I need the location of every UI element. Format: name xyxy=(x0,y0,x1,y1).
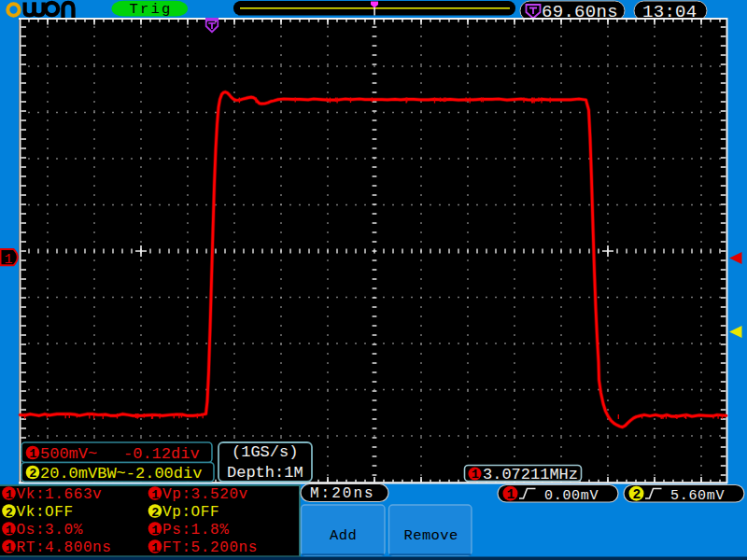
svg-text:2: 2 xyxy=(6,506,13,520)
svg-text:1: 1 xyxy=(151,524,159,538)
svg-text:5.60mV: 5.60mV xyxy=(670,488,725,504)
svg-text:Trig: Trig xyxy=(130,1,173,18)
svg-text:500mV~: 500mV~ xyxy=(40,445,97,463)
svg-text:Vk:1.663v: Vk:1.663v xyxy=(17,486,103,503)
svg-text:0.00mV: 0.00mV xyxy=(544,488,599,504)
svg-text:1: 1 xyxy=(507,487,515,502)
svg-text:3.07211MHz: 3.07211MHz xyxy=(483,466,578,483)
svg-text:Vk:OFF: Vk:OFF xyxy=(17,504,74,521)
svg-text:Remove: Remove xyxy=(404,527,458,544)
svg-text:Vp:OFF: Vp:OFF xyxy=(162,504,219,521)
svg-text:Vp:3.520v: Vp:3.520v xyxy=(162,486,248,503)
svg-text:20.0mVBW~-2.00div: 20.0mVBW~-2.00div xyxy=(40,465,202,483)
svg-text:2: 2 xyxy=(151,506,159,520)
svg-text:2: 2 xyxy=(29,467,36,481)
svg-text:1: 1 xyxy=(5,252,13,268)
svg-text:-0.12div: -0.12div xyxy=(123,445,200,463)
svg-text:M:20ns: M:20ns xyxy=(310,485,375,502)
svg-text:Os:3.0%: Os:3.0% xyxy=(17,522,83,539)
svg-text:1: 1 xyxy=(151,488,159,502)
svg-text:Ps:1.8%: Ps:1.8% xyxy=(162,522,229,539)
svg-text:1: 1 xyxy=(6,488,13,502)
svg-text:RT:4.800ns: RT:4.800ns xyxy=(17,539,112,556)
svg-text:Depth:1M: Depth:1M xyxy=(227,464,303,482)
svg-text:FT:5.200ns: FT:5.200ns xyxy=(162,539,258,556)
svg-text:1: 1 xyxy=(29,447,36,461)
svg-text:1: 1 xyxy=(151,541,159,555)
svg-text:(1GS/s): (1GS/s) xyxy=(232,443,298,461)
svg-text:Add: Add xyxy=(330,527,357,544)
svg-text:1: 1 xyxy=(6,541,13,555)
svg-text:1: 1 xyxy=(472,468,479,482)
svg-text:1: 1 xyxy=(6,524,13,538)
svg-text:2: 2 xyxy=(633,487,641,502)
